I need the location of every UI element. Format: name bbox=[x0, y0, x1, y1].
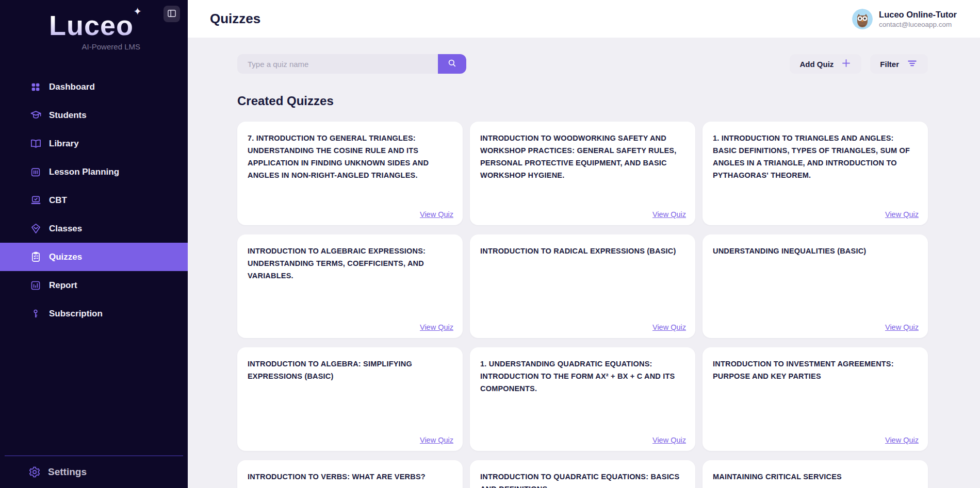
view-quiz-link[interactable]: View Quiz bbox=[652, 210, 686, 218]
cbt-icon bbox=[29, 194, 42, 207]
dashboard-icon bbox=[29, 81, 42, 93]
search-bar bbox=[237, 54, 466, 74]
plus-icon bbox=[841, 58, 852, 70]
sidebar-item-classes[interactable]: Classes bbox=[0, 214, 188, 243]
view-quiz-link[interactable]: View Quiz bbox=[652, 323, 686, 331]
app-logo: Luceo ✦ bbox=[49, 9, 139, 41]
quiz-card: 1. INTRODUCTION TO TRIANGLES AND ANGLES:… bbox=[703, 122, 928, 225]
classes-icon bbox=[29, 223, 42, 235]
view-quiz-link[interactable]: View Quiz bbox=[420, 323, 453, 331]
sidebar: Luceo ✦ AI-Powered LMS Dashboard Student… bbox=[0, 0, 188, 488]
page-title: Quizzes bbox=[210, 11, 260, 27]
quiz-card: INTRODUCTION TO ALGEBRAIC EXPRESSIONS: U… bbox=[237, 234, 463, 338]
add-quiz-button[interactable]: Add Quiz bbox=[790, 54, 861, 74]
quiz-grid: 7. INTRODUCTION TO GENERAL TRIANGLES: UN… bbox=[237, 122, 928, 488]
quiz-title: INTRODUCTION TO WOODWORKING SAFETY AND W… bbox=[480, 132, 686, 181]
sidebar-item-lesson-planning[interactable]: Lesson Planning bbox=[0, 158, 188, 186]
students-icon bbox=[29, 109, 42, 122]
quiz-card: INTRODUCTION TO ALGEBRA: SIMPLIFYING EXP… bbox=[237, 347, 463, 451]
quiz-title: INTRODUCTION TO ALGEBRAIC EXPRESSIONS: U… bbox=[248, 245, 453, 282]
app-logo-text: Luceo bbox=[49, 10, 134, 41]
quiz-card: 7. INTRODUCTION TO GENERAL TRIANGLES: UN… bbox=[237, 122, 463, 225]
quiz-title: 7. INTRODUCTION TO GENERAL TRIANGLES: UN… bbox=[248, 132, 453, 181]
quiz-title: 1. UNDERSTANDING QUADRATIC EQUATIONS: IN… bbox=[480, 358, 686, 395]
content: Add Quiz Filter Created Quizzes 7. INTRO… bbox=[188, 38, 980, 488]
quiz-card: INTRODUCTION TO INVESTMENT AGREEMENTS: P… bbox=[703, 347, 928, 451]
sidebar-item-dashboard[interactable]: Dashboard bbox=[0, 73, 188, 101]
avatar bbox=[852, 9, 873, 29]
sidebar-item-cbt[interactable]: CBT bbox=[0, 186, 188, 214]
sidebar-item-library[interactable]: Library bbox=[0, 129, 188, 158]
quiz-title: INTRODUCTION TO INVESTMENT AGREEMENTS: P… bbox=[713, 358, 919, 382]
panel-left-icon bbox=[167, 8, 177, 20]
view-quiz-link[interactable]: View Quiz bbox=[420, 436, 453, 444]
quiz-title: INTRODUCTION TO ALGEBRA: SIMPLIFYING EXP… bbox=[248, 358, 453, 382]
quiz-card: 1. UNDERSTANDING QUADRATIC EQUATIONS: IN… bbox=[470, 347, 695, 451]
lesson-planning-icon bbox=[29, 166, 42, 178]
sidebar-item-subscription[interactable]: Subscription bbox=[0, 299, 188, 328]
quiz-card: UNDERSTANDING INEQUALITIES (BASIC) View … bbox=[703, 234, 928, 338]
sidebar-item-report[interactable]: Report bbox=[0, 271, 188, 299]
toolbar-actions: Add Quiz Filter bbox=[790, 54, 928, 74]
quizzes-icon bbox=[29, 251, 42, 263]
quiz-title: INTRODUCTION TO VERBS: WHAT ARE VERBS? bbox=[248, 470, 453, 483]
user-profile[interactable]: Luceo Online-Tutor contact@luceoapp.com bbox=[852, 9, 957, 29]
app-tagline: AI-Powered LMS bbox=[0, 42, 188, 51]
quiz-card: INTRODUCTION TO WOODWORKING SAFETY AND W… bbox=[470, 122, 695, 225]
section-title: Created Quizzes bbox=[237, 94, 928, 108]
sidebar-collapse-button[interactable] bbox=[164, 6, 180, 22]
library-icon bbox=[29, 138, 42, 150]
quiz-card: MAINTAINING CRITICAL SERVICES View Quiz bbox=[703, 460, 928, 488]
search-input[interactable] bbox=[237, 54, 438, 74]
sidebar-nav: Dashboard Students Library Lesson Planni… bbox=[0, 73, 188, 328]
view-quiz-link[interactable]: View Quiz bbox=[885, 436, 919, 444]
add-quiz-label: Add Quiz bbox=[799, 60, 834, 69]
settings-label: Settings bbox=[48, 466, 87, 478]
view-quiz-link[interactable]: View Quiz bbox=[420, 210, 453, 218]
user-email: contact@luceoapp.com bbox=[879, 21, 957, 28]
quiz-title: INTRODUCTION TO QUADRATIC EQUATIONS: BAS… bbox=[480, 470, 686, 488]
sparkle-icon: ✦ bbox=[133, 5, 142, 18]
gear-icon bbox=[28, 466, 41, 478]
quiz-title: 1. INTRODUCTION TO TRIANGLES AND ANGLES:… bbox=[713, 132, 919, 181]
quiz-title: MAINTAINING CRITICAL SERVICES bbox=[713, 470, 919, 483]
quiz-card: INTRODUCTION TO QUADRATIC EQUATIONS: BAS… bbox=[470, 460, 695, 488]
user-name: Luceo Online-Tutor bbox=[879, 10, 957, 20]
quiz-card: INTRODUCTION TO VERBS: WHAT ARE VERBS? V… bbox=[237, 460, 463, 488]
quiz-title: INTRODUCTION TO RADICAL EXPRESSIONS (BAS… bbox=[480, 245, 686, 257]
quiz-card: INTRODUCTION TO RADICAL EXPRESSIONS (BAS… bbox=[470, 234, 695, 338]
quiz-title: UNDERSTANDING INEQUALITIES (BASIC) bbox=[713, 245, 919, 257]
sidebar-footer: Settings bbox=[0, 456, 188, 488]
sidebar-item-students[interactable]: Students bbox=[0, 101, 188, 129]
filter-button[interactable]: Filter bbox=[870, 54, 928, 74]
report-icon bbox=[29, 279, 42, 292]
search-icon bbox=[447, 58, 457, 70]
page-header: Quizzes Luceo Online-Tutor contact@luceo… bbox=[188, 0, 980, 38]
view-quiz-link[interactable]: View Quiz bbox=[885, 210, 919, 218]
view-quiz-link[interactable]: View Quiz bbox=[652, 436, 686, 444]
filter-icon bbox=[906, 57, 918, 71]
search-button[interactable] bbox=[438, 54, 466, 74]
main-area: Quizzes Luceo Online-Tutor contact@luceo… bbox=[188, 0, 980, 488]
view-quiz-link[interactable]: View Quiz bbox=[885, 323, 919, 331]
subscription-icon bbox=[29, 308, 42, 320]
filter-label: Filter bbox=[880, 60, 899, 69]
toolbar: Add Quiz Filter bbox=[237, 54, 928, 74]
sidebar-item-quizzes[interactable]: Quizzes bbox=[0, 243, 188, 271]
sidebar-item-settings[interactable]: Settings bbox=[0, 456, 188, 488]
